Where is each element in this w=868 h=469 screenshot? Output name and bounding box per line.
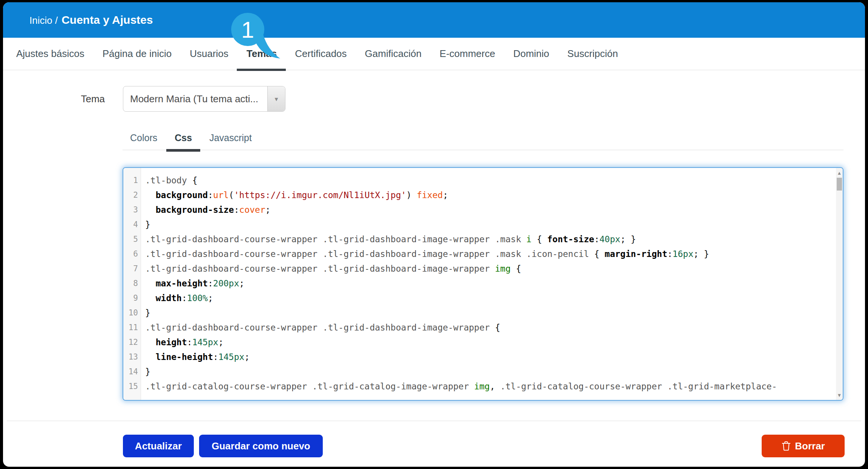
- code-line-2[interactable]: 2 background:url('https://i.imgur.com/Nl…: [123, 188, 836, 203]
- code-line-1[interactable]: 1.tl-body {: [123, 173, 836, 188]
- code-line-12[interactable]: 12 height:145px;: [123, 335, 836, 350]
- subtab-javascript[interactable]: Javascript: [209, 132, 252, 143]
- tab-dominio[interactable]: Dominio: [513, 48, 549, 60]
- subtab-colors[interactable]: Colors: [130, 132, 157, 143]
- line-number: 8: [123, 276, 141, 291]
- tab-certificados[interactable]: Certificados: [295, 48, 347, 60]
- code-area[interactable]: 1.tl-body {2 background:url('https://i.i…: [123, 168, 836, 400]
- css-code-editor[interactable]: 1.tl-body {2 background:url('https://i.i…: [123, 167, 843, 401]
- delete-button-label: Borrar: [795, 440, 825, 452]
- tab-e-commerce[interactable]: E-commerce: [440, 48, 495, 60]
- scrollbar-up-icon[interactable]: ▲: [836, 169, 843, 177]
- line-number: 12: [123, 335, 141, 350]
- code-text: width:100%;: [141, 291, 213, 306]
- code-text: }: [141, 364, 150, 379]
- code-text: background:url('https://i.imgur.com/Nl1i…: [141, 188, 448, 203]
- line-number: 5: [123, 232, 141, 247]
- step-1-callout: 1: [227, 8, 288, 61]
- line-number: 10: [123, 306, 141, 320]
- line-number: 1: [123, 173, 141, 188]
- theme-dropdown-value: Modern Maria (Tu tema acti...: [123, 93, 267, 105]
- line-number: 3: [123, 203, 141, 217]
- scrollbar-down-icon[interactable]: ▼: [836, 391, 843, 399]
- app-header: Inicio / Cuenta y Ajustes: [3, 2, 865, 38]
- code-line-4[interactable]: 4}: [123, 217, 836, 232]
- code-text: .tl-grid-dashboard-course-wrapper .tl-gr…: [141, 261, 521, 276]
- code-line-14[interactable]: 14}: [123, 364, 836, 379]
- save-as-new-button[interactable]: Guardar como nuevo: [199, 435, 323, 457]
- line-number: 4: [123, 217, 141, 232]
- editor-tab-bar: ColorsCssJavascript: [123, 126, 843, 150]
- code-text: background-size:cover;: [141, 203, 270, 217]
- code-line-10[interactable]: 10}: [123, 306, 836, 320]
- editor-scrollbar[interactable]: ▲ ▼: [836, 168, 843, 400]
- line-number: 9: [123, 291, 141, 306]
- save-as-new-button-label: Guardar como nuevo: [212, 440, 310, 452]
- line-number: 15: [123, 379, 141, 394]
- code-line-5[interactable]: 5.tl-grid-dashboard-course-wrapper .tl-g…: [123, 232, 836, 247]
- code-text: .tl-grid-dashboard-course-wrapper .tl-gr…: [141, 320, 500, 335]
- trash-icon: [781, 441, 791, 451]
- code-text: line-height:145px;: [141, 350, 250, 364]
- line-number: 7: [123, 261, 141, 276]
- theme-label: Tema: [56, 86, 105, 112]
- code-line-7[interactable]: 7.tl-grid-dashboard-course-wrapper .tl-g…: [123, 261, 836, 276]
- tab-usuarios[interactable]: Usuarios: [190, 48, 229, 60]
- code-line-15[interactable]: 15.tl-grid-catalog-course-wrapper .tl-gr…: [123, 379, 836, 394]
- code-text: .tl-grid-dashboard-course-wrapper .tl-gr…: [141, 232, 636, 247]
- page-title: Cuenta y Ajustes: [61, 14, 153, 26]
- chevron-down-icon[interactable]: ▼: [267, 86, 285, 111]
- breadcrumb-prefix[interactable]: Inicio /: [29, 15, 58, 26]
- code-text: .tl-grid-catalog-course-wrapper .tl-grid…: [141, 379, 777, 394]
- breadcrumb: Inicio / Cuenta y Ajustes: [29, 14, 153, 26]
- tab-pagina-de-inicio[interactable]: Página de inicio: [103, 48, 172, 60]
- code-line-8[interactable]: 8 max-height:200px;: [123, 276, 836, 291]
- line-number: 11: [123, 320, 141, 335]
- footer-divider: [7, 421, 861, 421]
- code-line-3[interactable]: 3 background-size:cover;: [123, 203, 836, 217]
- tab-gamificacion[interactable]: Gamificación: [365, 48, 422, 60]
- code-text: .tl-grid-dashboard-course-wrapper .tl-gr…: [141, 247, 709, 261]
- subtab-css[interactable]: Css: [175, 132, 192, 143]
- code-line-9[interactable]: 9 width:100%;: [123, 291, 836, 306]
- code-text: }: [141, 217, 150, 232]
- code-line-11[interactable]: 11.tl-grid-dashboard-course-wrapper .tl-…: [123, 320, 836, 335]
- code-line-13[interactable]: 13 line-height:145px;: [123, 350, 836, 364]
- tab-ajustes-basicos[interactable]: Ajustes básicos: [16, 48, 84, 60]
- update-button[interactable]: Actualizar: [123, 435, 194, 457]
- app-window: Inicio / Cuenta y Ajustes Ajustes básico…: [3, 2, 865, 467]
- code-text: }: [141, 306, 150, 320]
- scrollbar-thumb[interactable]: [837, 178, 842, 191]
- line-number: 6: [123, 247, 141, 261]
- main-tab-bar: Ajustes básicosPágina de inicioUsuariosT…: [3, 38, 865, 70]
- screenshot-root: Inicio / Cuenta y Ajustes Ajustes básico…: [0, 0, 868, 469]
- line-number: 13: [123, 350, 141, 364]
- code-text: height:145px;: [141, 335, 224, 350]
- theme-dropdown[interactable]: Modern Maria (Tu tema acti... ▼: [123, 86, 285, 112]
- callout-number: 1: [241, 17, 254, 43]
- update-button-label: Actualizar: [135, 440, 182, 452]
- tab-suscripcion[interactable]: Suscripción: [567, 48, 618, 60]
- code-line-6[interactable]: 6.tl-grid-dashboard-course-wrapper .tl-g…: [123, 247, 836, 261]
- code-text: .tl-body {: [141, 173, 197, 188]
- delete-button[interactable]: Borrar: [762, 435, 845, 457]
- line-number: 14: [123, 364, 141, 379]
- code-text: max-height:200px;: [141, 276, 244, 291]
- line-number: 2: [123, 188, 141, 203]
